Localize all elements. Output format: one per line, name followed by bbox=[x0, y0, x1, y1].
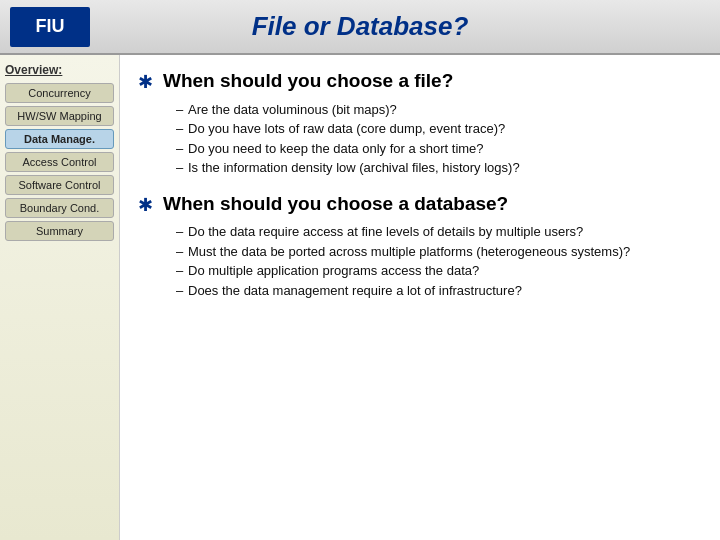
list-item: Are the data voluminous (bit maps)? bbox=[176, 100, 702, 120]
sidebar-item-data-manage[interactable]: Data Manage. bbox=[5, 129, 114, 149]
list-item: Do you need to keep the data only for a … bbox=[176, 139, 702, 159]
section-database-header: ✱ When should you choose a database? bbox=[138, 192, 702, 217]
sidebar-item-hwsw-mapping[interactable]: HW/SW Mapping bbox=[5, 106, 114, 126]
header: FIU File or Database? bbox=[0, 0, 720, 55]
section-file-title: When should you choose a file? bbox=[163, 69, 453, 94]
page-title: File or Database? bbox=[252, 11, 469, 42]
sidebar-item-summary[interactable]: Summary bbox=[5, 221, 114, 241]
list-item: Must the data be ported across multiple … bbox=[176, 242, 702, 262]
sidebar-item-access-control[interactable]: Access Control bbox=[5, 152, 114, 172]
sidebar-item-concurrency[interactable]: Concurrency bbox=[5, 83, 114, 103]
list-item: Does the data management require a lot o… bbox=[176, 281, 702, 301]
list-item: Do the data require access at fine level… bbox=[176, 222, 702, 242]
main-layout: Overview: Concurrency HW/SW Mapping Data… bbox=[0, 55, 720, 540]
section-database: ✱ When should you choose a database? Do … bbox=[138, 192, 702, 301]
fiu-logo: FIU bbox=[10, 7, 90, 47]
sidebar-item-software-control[interactable]: Software Control bbox=[5, 175, 114, 195]
section-database-list: Do the data require access at fine level… bbox=[176, 222, 702, 300]
list-item: Do multiple application programs access … bbox=[176, 261, 702, 281]
section-file-header: ✱ When should you choose a file? bbox=[138, 69, 702, 94]
content-area: ✱ When should you choose a file? Are the… bbox=[120, 55, 720, 540]
section-file-list: Are the data voluminous (bit maps)? Do y… bbox=[176, 100, 702, 178]
logo-area: FIU bbox=[10, 7, 90, 47]
sidebar-item-boundary-cond[interactable]: Boundary Cond. bbox=[5, 198, 114, 218]
list-item: Is the information density low (archival… bbox=[176, 158, 702, 178]
star-icon-1: ✱ bbox=[138, 71, 153, 93]
section-database-title: When should you choose a database? bbox=[163, 192, 508, 217]
sidebar: Overview: Concurrency HW/SW Mapping Data… bbox=[0, 55, 120, 540]
section-file: ✱ When should you choose a file? Are the… bbox=[138, 69, 702, 178]
star-icon-2: ✱ bbox=[138, 194, 153, 216]
list-item: Do you have lots of raw data (core dump,… bbox=[176, 119, 702, 139]
sidebar-overview-label: Overview: bbox=[5, 63, 114, 77]
